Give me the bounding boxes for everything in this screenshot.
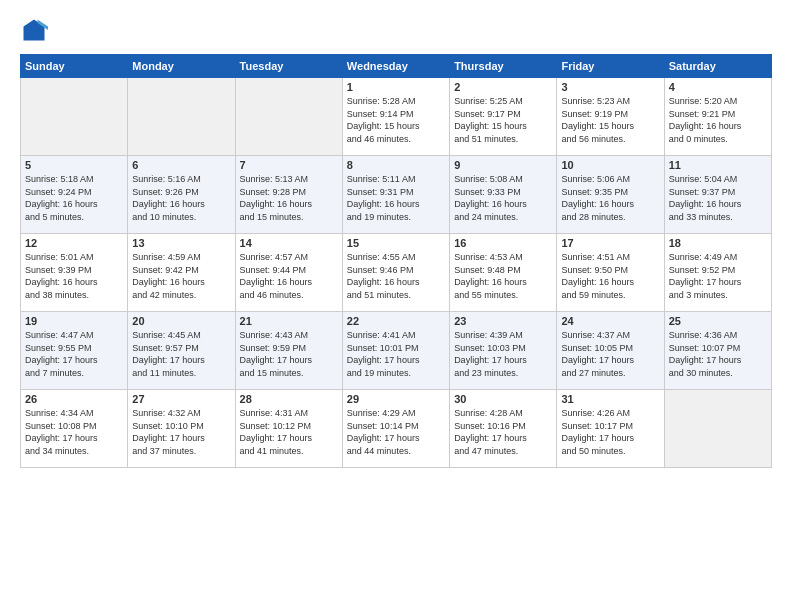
day-info: Sunrise: 4:45 AM Sunset: 9:57 PM Dayligh… [132,329,230,379]
week-row-4: 19Sunrise: 4:47 AM Sunset: 9:55 PM Dayli… [21,312,772,390]
calendar-cell: 13Sunrise: 4:59 AM Sunset: 9:42 PM Dayli… [128,234,235,312]
week-row-3: 12Sunrise: 5:01 AM Sunset: 9:39 PM Dayli… [21,234,772,312]
day-info: Sunrise: 4:39 AM Sunset: 10:03 PM Daylig… [454,329,552,379]
calendar-cell: 17Sunrise: 4:51 AM Sunset: 9:50 PM Dayli… [557,234,664,312]
day-info: Sunrise: 4:32 AM Sunset: 10:10 PM Daylig… [132,407,230,457]
day-number: 31 [561,393,659,405]
day-info: Sunrise: 4:37 AM Sunset: 10:05 PM Daylig… [561,329,659,379]
calendar-cell: 20Sunrise: 4:45 AM Sunset: 9:57 PM Dayli… [128,312,235,390]
day-info: Sunrise: 5:01 AM Sunset: 9:39 PM Dayligh… [25,251,123,301]
day-header-friday: Friday [557,55,664,78]
calendar-cell: 3Sunrise: 5:23 AM Sunset: 9:19 PM Daylig… [557,78,664,156]
calendar-cell: 7Sunrise: 5:13 AM Sunset: 9:28 PM Daylig… [235,156,342,234]
calendar-cell [21,78,128,156]
calendar-header-row: SundayMondayTuesdayWednesdayThursdayFrid… [21,55,772,78]
day-info: Sunrise: 4:55 AM Sunset: 9:46 PM Dayligh… [347,251,445,301]
day-number: 27 [132,393,230,405]
day-info: Sunrise: 4:49 AM Sunset: 9:52 PM Dayligh… [669,251,767,301]
day-number: 4 [669,81,767,93]
day-number: 20 [132,315,230,327]
day-number: 21 [240,315,338,327]
day-number: 2 [454,81,552,93]
day-info: Sunrise: 5:08 AM Sunset: 9:33 PM Dayligh… [454,173,552,223]
logo-icon [20,16,48,44]
calendar-cell: 11Sunrise: 5:04 AM Sunset: 9:37 PM Dayli… [664,156,771,234]
day-info: Sunrise: 5:16 AM Sunset: 9:26 PM Dayligh… [132,173,230,223]
page: SundayMondayTuesdayWednesdayThursdayFrid… [0,0,792,612]
day-number: 1 [347,81,445,93]
day-info: Sunrise: 5:18 AM Sunset: 9:24 PM Dayligh… [25,173,123,223]
calendar-cell: 24Sunrise: 4:37 AM Sunset: 10:05 PM Dayl… [557,312,664,390]
day-info: Sunrise: 4:57 AM Sunset: 9:44 PM Dayligh… [240,251,338,301]
logo [20,16,52,44]
calendar-cell [128,78,235,156]
day-info: Sunrise: 5:13 AM Sunset: 9:28 PM Dayligh… [240,173,338,223]
day-number: 19 [25,315,123,327]
day-info: Sunrise: 4:41 AM Sunset: 10:01 PM Daylig… [347,329,445,379]
calendar-cell: 22Sunrise: 4:41 AM Sunset: 10:01 PM Dayl… [342,312,449,390]
calendar-cell: 21Sunrise: 4:43 AM Sunset: 9:59 PM Dayli… [235,312,342,390]
calendar-cell: 19Sunrise: 4:47 AM Sunset: 9:55 PM Dayli… [21,312,128,390]
day-number: 5 [25,159,123,171]
calendar-cell: 28Sunrise: 4:31 AM Sunset: 10:12 PM Dayl… [235,390,342,468]
calendar-cell: 2Sunrise: 5:25 AM Sunset: 9:17 PM Daylig… [450,78,557,156]
day-info: Sunrise: 4:34 AM Sunset: 10:08 PM Daylig… [25,407,123,457]
calendar-cell: 26Sunrise: 4:34 AM Sunset: 10:08 PM Dayl… [21,390,128,468]
day-info: Sunrise: 5:28 AM Sunset: 9:14 PM Dayligh… [347,95,445,145]
day-number: 12 [25,237,123,249]
day-number: 23 [454,315,552,327]
day-number: 26 [25,393,123,405]
day-number: 13 [132,237,230,249]
day-info: Sunrise: 5:11 AM Sunset: 9:31 PM Dayligh… [347,173,445,223]
day-header-monday: Monday [128,55,235,78]
day-info: Sunrise: 4:43 AM Sunset: 9:59 PM Dayligh… [240,329,338,379]
day-number: 7 [240,159,338,171]
week-row-1: 1Sunrise: 5:28 AM Sunset: 9:14 PM Daylig… [21,78,772,156]
day-number: 6 [132,159,230,171]
day-info: Sunrise: 5:20 AM Sunset: 9:21 PM Dayligh… [669,95,767,145]
day-info: Sunrise: 5:25 AM Sunset: 9:17 PM Dayligh… [454,95,552,145]
day-number: 22 [347,315,445,327]
day-number: 9 [454,159,552,171]
day-number: 18 [669,237,767,249]
day-number: 10 [561,159,659,171]
calendar-cell: 12Sunrise: 5:01 AM Sunset: 9:39 PM Dayli… [21,234,128,312]
day-number: 17 [561,237,659,249]
week-row-5: 26Sunrise: 4:34 AM Sunset: 10:08 PM Dayl… [21,390,772,468]
calendar-cell: 1Sunrise: 5:28 AM Sunset: 9:14 PM Daylig… [342,78,449,156]
calendar-cell [664,390,771,468]
calendar-cell: 25Sunrise: 4:36 AM Sunset: 10:07 PM Dayl… [664,312,771,390]
day-info: Sunrise: 5:23 AM Sunset: 9:19 PM Dayligh… [561,95,659,145]
calendar-cell: 29Sunrise: 4:29 AM Sunset: 10:14 PM Dayl… [342,390,449,468]
calendar-cell: 23Sunrise: 4:39 AM Sunset: 10:03 PM Dayl… [450,312,557,390]
day-info: Sunrise: 4:26 AM Sunset: 10:17 PM Daylig… [561,407,659,457]
day-header-sunday: Sunday [21,55,128,78]
day-info: Sunrise: 4:51 AM Sunset: 9:50 PM Dayligh… [561,251,659,301]
day-header-wednesday: Wednesday [342,55,449,78]
calendar-cell: 31Sunrise: 4:26 AM Sunset: 10:17 PM Dayl… [557,390,664,468]
calendar-cell: 10Sunrise: 5:06 AM Sunset: 9:35 PM Dayli… [557,156,664,234]
calendar-cell: 14Sunrise: 4:57 AM Sunset: 9:44 PM Dayli… [235,234,342,312]
day-header-thursday: Thursday [450,55,557,78]
calendar-cell: 4Sunrise: 5:20 AM Sunset: 9:21 PM Daylig… [664,78,771,156]
day-info: Sunrise: 5:04 AM Sunset: 9:37 PM Dayligh… [669,173,767,223]
day-number: 8 [347,159,445,171]
calendar-cell: 27Sunrise: 4:32 AM Sunset: 10:10 PM Dayl… [128,390,235,468]
day-number: 16 [454,237,552,249]
calendar-cell: 5Sunrise: 5:18 AM Sunset: 9:24 PM Daylig… [21,156,128,234]
day-number: 28 [240,393,338,405]
calendar-cell: 30Sunrise: 4:28 AM Sunset: 10:16 PM Dayl… [450,390,557,468]
day-info: Sunrise: 4:29 AM Sunset: 10:14 PM Daylig… [347,407,445,457]
day-info: Sunrise: 4:36 AM Sunset: 10:07 PM Daylig… [669,329,767,379]
calendar-cell: 18Sunrise: 4:49 AM Sunset: 9:52 PM Dayli… [664,234,771,312]
calendar-cell: 6Sunrise: 5:16 AM Sunset: 9:26 PM Daylig… [128,156,235,234]
calendar-cell: 8Sunrise: 5:11 AM Sunset: 9:31 PM Daylig… [342,156,449,234]
day-header-saturday: Saturday [664,55,771,78]
calendar-cell: 9Sunrise: 5:08 AM Sunset: 9:33 PM Daylig… [450,156,557,234]
calendar-cell [235,78,342,156]
day-info: Sunrise: 4:31 AM Sunset: 10:12 PM Daylig… [240,407,338,457]
day-number: 15 [347,237,445,249]
header [20,16,772,44]
week-row-2: 5Sunrise: 5:18 AM Sunset: 9:24 PM Daylig… [21,156,772,234]
day-info: Sunrise: 4:47 AM Sunset: 9:55 PM Dayligh… [25,329,123,379]
